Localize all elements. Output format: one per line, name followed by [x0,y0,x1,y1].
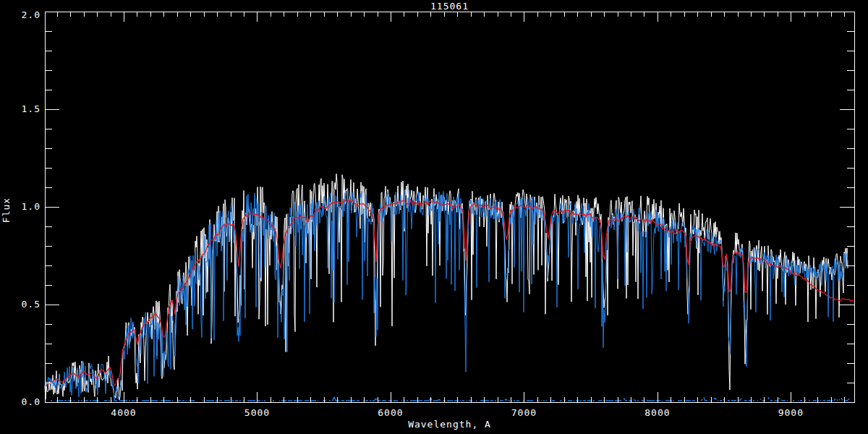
y-tick-label: 0.0 [22,396,41,407]
y-tick-label: 0.5 [22,299,41,310]
x-tick-label: 9000 [778,407,804,418]
y-axis-title: Flux [1,178,12,243]
x-tick-label: 6000 [378,407,403,418]
y-tick-label: 1.0 [22,201,41,212]
y-tick-label: 1.5 [22,103,41,114]
x-tick-label: 5000 [244,407,270,418]
spectrum-figure: 4000500060007000800090000.00.51.01.52.0 … [0,0,868,434]
spectrum-chart: 4000500060007000800090000.00.51.01.52.0 [0,0,868,434]
chart-title: 115061 [0,1,868,12]
chart-background [0,0,868,434]
x-tick-label: 7000 [511,407,537,418]
x-tick-label: 8000 [644,407,670,418]
x-axis-title: Wavelength, A [0,419,868,430]
x-tick-label: 4000 [111,407,136,418]
